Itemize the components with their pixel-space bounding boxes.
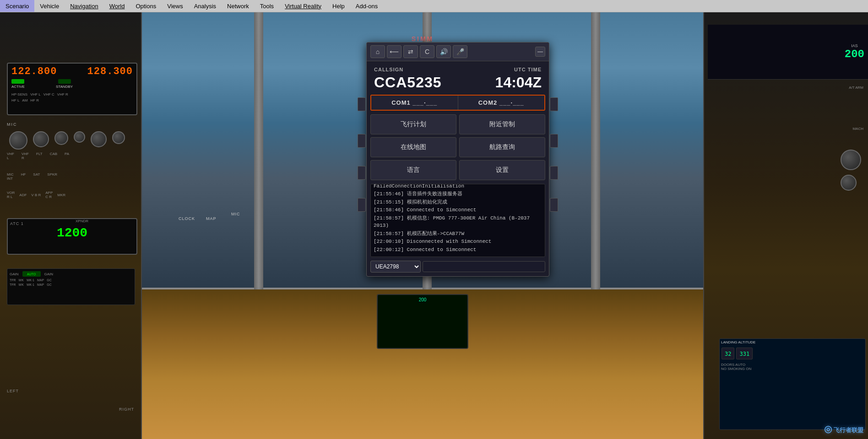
menu-item-world[interactable]: World	[104, 0, 130, 12]
efis-num-1: 32	[725, 351, 731, 357]
tfr-label-2: TFR	[10, 283, 16, 286]
panel-controls: ⌂⟵⇄C🔊🎤	[370, 45, 467, 58]
wk1-label-1: WK·1	[27, 278, 34, 282]
vhfc-label: VHF C	[43, 92, 54, 96]
side-btn-left-2[interactable]	[358, 134, 366, 148]
map-label: MAP	[206, 216, 217, 221]
menu-item-views[interactable]: Views	[162, 0, 188, 12]
right-cockpit-panel: IAS 200 A/T ARM MACH LANDING ALTITUDE 32…	[703, 12, 868, 439]
am-label: AM	[22, 98, 27, 102]
left-label: LEFT	[7, 389, 19, 393]
toolbar-btn-volume[interactable]: 🔊	[436, 45, 451, 58]
func-btn-flight-plan[interactable]: 飞行计划	[370, 114, 456, 134]
com1-button[interactable]: COM1 ___·___	[371, 96, 458, 110]
hfr-label: HF R	[30, 98, 39, 102]
log-area[interactable]: [21:55:10] Failed to connect to TS serve…	[370, 184, 545, 257]
menu-item-vehicle[interactable]: Vehicle	[34, 0, 65, 12]
ap-speed-label: IAS	[845, 43, 864, 48]
right-knobs	[841, 150, 861, 191]
minimize-button[interactable]: —	[535, 47, 545, 57]
logo-circle: ◎	[824, 424, 832, 434]
standby-status-indicator	[58, 79, 71, 84]
menu-item-navigation[interactable]: Navigation	[65, 0, 103, 12]
utc-label: UTC TIME	[514, 67, 542, 72]
right-knob-2[interactable]	[841, 175, 857, 191]
lower-label-row: MICINT HF SAT SPKR	[7, 172, 57, 181]
menu-item-add-ons[interactable]: Add-ons	[350, 0, 383, 12]
input-row: UEA2798	[367, 261, 549, 276]
message-input[interactable]	[423, 261, 545, 272]
menu-item-analysis[interactable]: Analysis	[189, 0, 222, 12]
callsign-select[interactable]: UEA2798	[370, 261, 421, 273]
side-btn-left-4[interactable]	[358, 198, 366, 212]
efis-num-2: 331	[739, 351, 749, 357]
com-row: COM1 ___·___ COM2 ___·___	[370, 95, 545, 111]
knob-2[interactable]	[33, 131, 49, 147]
side-btn-left-3[interactable]	[358, 166, 366, 180]
utc-value: 14:04Z	[495, 74, 542, 91]
cockpit-center-label: SIMM	[412, 35, 434, 43]
knob-6[interactable]	[112, 131, 125, 144]
window-strut-3	[591, 12, 600, 289]
side-btn-right-2[interactable]	[550, 134, 558, 148]
logo-watermark: ◎ 飞行者联盟	[824, 423, 863, 434]
efis-display: LANDING ALTITUDE 32 331 DOORS AUTONO SMO…	[719, 338, 866, 430]
toolbar-btn-back[interactable]: ⟵	[387, 45, 401, 58]
toolbar-btn-refresh[interactable]: C	[420, 45, 434, 58]
mic-label: MIC	[231, 212, 240, 216]
menu-item-scenario[interactable]: Scenario	[0, 0, 34, 12]
toolbar-btn-transfer[interactable]: ⇄	[403, 45, 418, 58]
func-btn-language[interactable]: 语言	[370, 160, 456, 180]
side-btn-right-4[interactable]	[550, 198, 558, 212]
func-btn-settings[interactable]: 设置	[459, 160, 545, 180]
menu-item-virtual-reality[interactable]: Virtual Reality	[279, 0, 327, 12]
knob-4[interactable]	[74, 131, 85, 143]
menu-item-network[interactable]: Network	[222, 0, 255, 12]
menu-item-tools[interactable]: Tools	[255, 0, 279, 12]
mic-int-label: MICINT	[7, 172, 14, 181]
func-btn-online-map[interactable]: 在线地图	[370, 137, 456, 157]
efis-label: LANDING ALTITUDE	[720, 339, 865, 346]
knob-5[interactable]	[91, 131, 107, 147]
side-btn-right-3[interactable]	[550, 166, 558, 180]
hpsens-label: HP·SENS	[11, 92, 27, 96]
panel-titlebar: ⌂⟵⇄C🔊🎤 —	[367, 43, 549, 61]
right-knob-1[interactable]	[841, 150, 861, 170]
com2-button[interactable]: COM2 ___·___	[458, 96, 545, 110]
log-line: [22:00:10] Disconnected with Simconnect	[374, 238, 542, 246]
menu-item-options[interactable]: Options	[130, 0, 162, 12]
cockpit-background: SIMM 200 CLOCK MAP MIC ✕ 122.800 128.300	[0, 12, 868, 439]
mic-label-row: VHFL VHFR FLT CAB PA	[7, 152, 69, 160]
func-btn-route-query[interactable]: 航路查询	[459, 137, 545, 157]
atc-transponder-display: ATC 1 1200	[7, 218, 137, 255]
cockpit-dashboard: 200 CLOCK MAP MIC	[142, 289, 703, 439]
log-line: [21:58:57] 机模匹配结果->CCAB77W	[374, 230, 542, 238]
knob-3[interactable]	[54, 131, 68, 145]
sat-label: SAT	[33, 172, 40, 181]
wk1-label-2: WK·1	[27, 283, 34, 286]
side-btn-right-1[interactable]	[550, 97, 558, 111]
map-ctrl-label: MAP	[37, 278, 44, 282]
adf-label: ADF	[19, 193, 27, 197]
knob-1[interactable]	[9, 131, 27, 150]
log-line: [21:55:46] 语音插件失败连接服务器	[374, 190, 542, 198]
wk-label-1: WK	[19, 278, 24, 282]
xpndr-label: XPNDR	[76, 219, 88, 223]
flt-label: FLT	[36, 152, 43, 160]
func-btn-nearby-control[interactable]: 附近管制	[459, 114, 545, 134]
menu-item-help[interactable]: Help	[327, 0, 350, 12]
vhf-l-label: VHFL	[7, 152, 14, 160]
right-label: RIGHT	[119, 407, 134, 412]
log-line: [21:58:57] 机模信息: PMDG 777-300ER Air Chin…	[374, 214, 542, 230]
toolbar-btn-mic[interactable]: 🎤	[453, 45, 467, 58]
side-btn-left-1[interactable]	[358, 97, 366, 111]
ap-speed-value: 200	[845, 48, 864, 60]
efis-doors-label: DOORS AUTONO SMOKING ON	[720, 361, 865, 372]
menubar: ScenarioVehicleNavigationWorldOptionsVie…	[0, 0, 868, 12]
mic-section-label: MIC	[7, 122, 17, 127]
toolbar-btn-home[interactable]: ⌂	[370, 45, 385, 58]
active-label: ACTIVE	[11, 85, 25, 89]
efis-val-2: 331	[736, 348, 753, 359]
log-line: [22:00:12] Connected to Simconnect	[374, 246, 542, 254]
atc-panel: ⌂⟵⇄C🔊🎤 — CALLSIGN UTC TIME CCA5235 14:04…	[366, 42, 549, 277]
